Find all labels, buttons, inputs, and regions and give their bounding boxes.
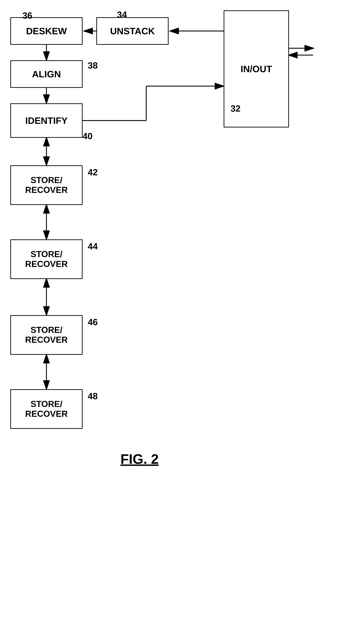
box-store3: STORE/ RECOVER: [10, 315, 83, 355]
ref-inout: 32: [230, 103, 241, 114]
ref-store3: 46: [88, 317, 98, 327]
box-identify: IDENTIFY: [10, 103, 83, 138]
ref-align: 38: [88, 60, 98, 71]
diagram-arrows: [0, 0, 364, 625]
box-store4: STORE/ RECOVER: [10, 389, 83, 429]
figure-label: FIG. 2: [120, 451, 159, 467]
box-store2: STORE/ RECOVER: [10, 239, 83, 279]
diagram: DESKEW 36 UNSTACK 34 IN/OUT 32 ALIGN 38 …: [0, 0, 364, 625]
box-store1: STORE/ RECOVER: [10, 165, 83, 205]
ref-store4: 48: [88, 391, 98, 401]
ref-store1: 42: [88, 167, 98, 177]
ref-identify: 40: [83, 131, 92, 141]
box-deskew: DESKEW: [10, 17, 83, 45]
ref-store2: 44: [88, 241, 98, 251]
ref-unstack: 34: [117, 9, 127, 20]
ref-deskew: 36: [22, 10, 32, 21]
box-align: ALIGN: [10, 60, 83, 88]
box-unstack: UNSTACK: [96, 17, 168, 45]
